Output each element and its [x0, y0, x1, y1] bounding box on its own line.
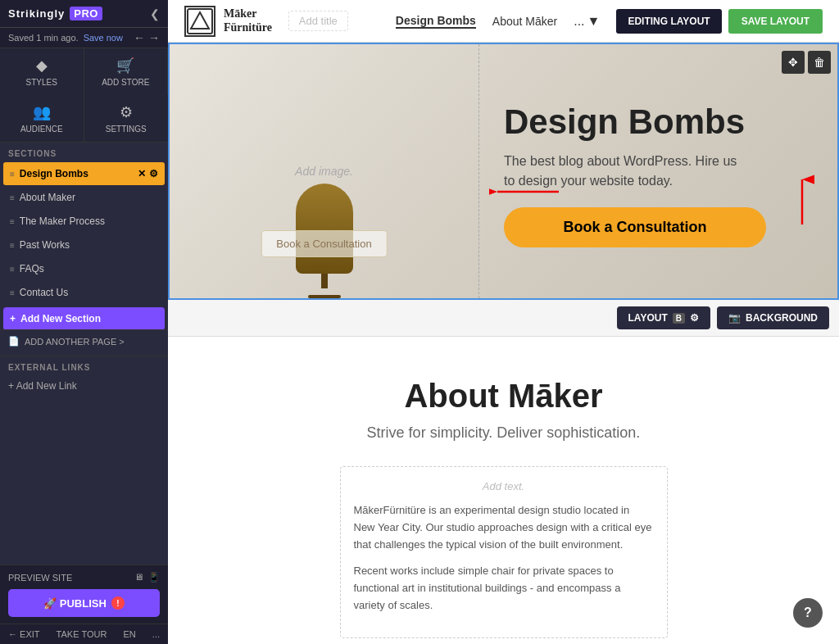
- close-section-icon[interactable]: ✕: [138, 168, 146, 179]
- gear-section-icon[interactable]: ⚙: [149, 168, 158, 179]
- editing-layout-button[interactable]: EDITING LAYOUT: [616, 9, 721, 34]
- drag-handle-icon: ≡: [10, 288, 15, 297]
- drag-handle-icon: ≡: [10, 217, 15, 226]
- nav-more-button[interactable]: ... ▼: [574, 14, 600, 29]
- layout-shortcut: B: [673, 313, 685, 324]
- preview-device-icons: 🖥 📱: [134, 572, 160, 583]
- hero-description: The best blog about WordPress. Hire us t…: [504, 152, 750, 191]
- delete-section-button[interactable]: 🗑: [808, 51, 831, 74]
- settings-tool[interactable]: ⚙ SETTINGS: [84, 95, 169, 142]
- take-tour-button[interactable]: TAKE TOUR: [57, 629, 107, 639]
- section-label: About Maker: [20, 192, 75, 203]
- drag-handle-icon: ≡: [10, 170, 15, 179]
- more-options-button[interactable]: ...: [152, 629, 160, 639]
- layout-button[interactable]: LAYOUT B ⚙: [617, 306, 710, 329]
- section-label: Design Bombs: [20, 168, 88, 179]
- publish-button[interactable]: 🚀 PUBLISH !: [8, 589, 160, 617]
- app-name: strikingly: [8, 7, 65, 20]
- save-now-link[interactable]: Save now: [84, 33, 123, 43]
- about-text-box[interactable]: Add text. MākerFürnitüre is an experimen…: [340, 466, 668, 638]
- nav-link-about-maker[interactable]: About Māker: [492, 15, 557, 28]
- add-store-label: ADD STORE: [102, 78, 149, 87]
- top-navigation: Māker Fürnitüre Add title Design Bombs A…: [168, 0, 839, 43]
- add-new-section-button[interactable]: + Add New Section: [3, 307, 165, 329]
- hero-section-controls: ✥ 🗑: [782, 51, 831, 74]
- site-logo: Māker Fürnitüre: [184, 6, 272, 37]
- about-title: About Māker: [193, 378, 814, 415]
- section-label: Past Works: [20, 239, 70, 251]
- page-icon: 📄: [8, 336, 20, 347]
- svg-marker-1: [191, 12, 209, 29]
- arrow-up-svg: [790, 171, 814, 229]
- save-status-bar: Saved 1 min ago. Save now ← →: [0, 28, 168, 48]
- sidebar-bottom: PREVIEW SITE 🖥 📱 🚀 PUBLISH !: [0, 565, 168, 624]
- nav-link-design-bombs[interactable]: Design Bombs: [396, 14, 476, 29]
- add-title-input[interactable]: Add title: [288, 11, 348, 31]
- chevron-down-icon: ▼: [587, 14, 601, 29]
- undo-button[interactable]: ←: [134, 31, 145, 44]
- section-item-about-maker[interactable]: ≡ About Maker: [3, 186, 165, 209]
- undo-redo-controls: ← →: [134, 31, 160, 44]
- about-subtitle: Strive for simplicity. Deliver sophistic…: [193, 424, 814, 442]
- preview-site-row: PREVIEW SITE 🖥 📱: [8, 572, 160, 583]
- book-consultation-overlay: Book a Consultation: [261, 230, 387, 257]
- publish-label: 🚀 PUBLISH: [43, 597, 107, 610]
- audience-tool[interactable]: 👥 AUDIENCE: [0, 95, 84, 142]
- book-consultation-button[interactable]: Book a Consultation: [504, 207, 766, 247]
- section-item-maker-process[interactable]: ≡ The Maker Process: [3, 210, 165, 233]
- styles-tool[interactable]: ◆ STYLES: [0, 48, 84, 95]
- background-label: BACKGROUND: [746, 312, 818, 324]
- section-label: Contact Us: [20, 287, 68, 298]
- exit-button[interactable]: ← EXIT: [8, 629, 40, 639]
- move-section-button[interactable]: ✥: [782, 51, 805, 74]
- styles-icon: ◆: [36, 57, 48, 75]
- styles-label: STYLES: [26, 78, 57, 87]
- add-new-link-button[interactable]: + Add New Link: [0, 375, 168, 397]
- mobile-icon[interactable]: 📱: [148, 572, 160, 583]
- section-item-contact-us[interactable]: ≡ Contact Us: [3, 281, 165, 304]
- section-item-design-bombs[interactable]: ≡ Design Bombs ✕ ⚙: [3, 162, 165, 185]
- drag-handle-icon: ≡: [10, 193, 15, 202]
- about-paragraph-2: Recent works include simple chair for pr…: [354, 563, 654, 614]
- help-button[interactable]: ?: [793, 598, 823, 628]
- background-button[interactable]: 📷 BACKGROUND: [717, 306, 829, 329]
- settings-icon: ⚙: [690, 312, 699, 324]
- nav-more-label: ...: [574, 14, 584, 29]
- hero-section: Add image. Book a Consultation: [168, 43, 839, 300]
- section-item-past-works[interactable]: ≡ Past Works: [3, 234, 165, 256]
- about-maker-section: About Māker Strive for simplicity. Deliv…: [168, 337, 839, 644]
- add-store-tool[interactable]: 🛒 ADD STORE: [84, 48, 169, 95]
- external-links-heading: EXTERNAL LINKS: [0, 356, 168, 375]
- sidebar-footer: ← EXIT TAKE TOUR EN ...: [0, 624, 168, 644]
- plus-icon: +: [10, 313, 16, 324]
- desktop-icon[interactable]: 🖥: [134, 572, 143, 583]
- store-icon: 🛒: [116, 57, 134, 75]
- sections-heading: SECTIONS: [0, 143, 168, 161]
- section-toolbar: LAYOUT B ⚙ 📷 BACKGROUND: [168, 300, 839, 337]
- add-page-button[interactable]: 📄 ADD ANOTHER PAGE >: [0, 329, 168, 352]
- add-section-label: Add New Section: [20, 313, 101, 324]
- language-selector[interactable]: EN: [123, 629, 135, 639]
- nav-links: Design Bombs About Māker ... ▼: [396, 14, 601, 29]
- add-text-placeholder: Add text.: [354, 480, 654, 492]
- site-name: Māker Fürnitüre: [224, 7, 272, 35]
- main-content: Māker Fürnitüre Add title Design Bombs A…: [168, 0, 839, 644]
- sections-list: ≡ Design Bombs ✕ ⚙ ≡ About Maker ≡ The M…: [0, 161, 168, 329]
- hero-image-area[interactable]: Add image. Book a Consultation: [170, 44, 479, 298]
- audience-icon: 👥: [33, 103, 51, 121]
- section-label: The Maker Process: [20, 215, 105, 227]
- canvas: Add image. Book a Consultation: [168, 43, 839, 644]
- add-page-label: ADD ANOTHER PAGE >: [25, 337, 125, 347]
- layout-label: LAYOUT: [628, 312, 668, 324]
- add-link-label: + Add New Link: [8, 380, 77, 392]
- save-layout-button[interactable]: SAVE LAYOUT: [728, 9, 823, 34]
- section-item-faqs[interactable]: ≡ FAQs: [3, 257, 165, 280]
- drag-handle-icon: ≡: [10, 265, 15, 274]
- lamp-decoration: [296, 184, 353, 274]
- section-label: FAQs: [20, 263, 44, 274]
- close-sidebar-button[interactable]: ❮: [150, 7, 160, 20]
- publish-warning-badge: !: [111, 596, 125, 610]
- redo-button[interactable]: →: [148, 31, 160, 44]
- background-icon: 📷: [728, 312, 741, 324]
- section-actions: ✕ ⚙: [138, 168, 158, 179]
